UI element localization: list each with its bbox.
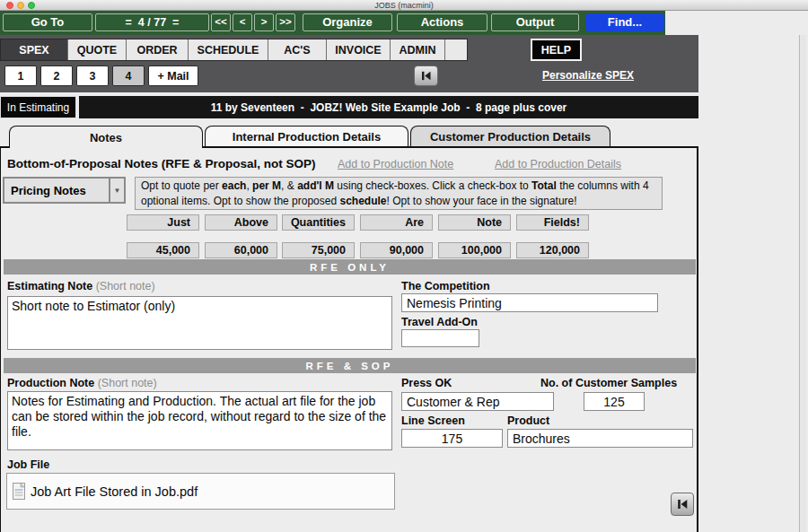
pricing-notes-dropdown-label: Pricing Notes: [4, 184, 109, 197]
subtab-notes[interactable]: Notes: [9, 126, 203, 148]
personalize-spex-link[interactable]: Personalize SPEX: [542, 69, 634, 82]
actions-button[interactable]: Actions: [397, 13, 487, 31]
quantity-header-field-6[interactable]: Fields!: [516, 214, 589, 231]
subtab-internal-production-details[interactable]: Internal Production Details: [205, 126, 408, 146]
quantity-value-field-5[interactable]: 100,000: [438, 242, 511, 258]
chevron-down-icon[interactable]: ▼: [109, 179, 124, 202]
app-window: JOBS (macmini) Go To = 4 / 77 = << < > >…: [0, 0, 808, 532]
production-note-hint: (Short note): [94, 377, 156, 389]
status-badge: In Estimating: [0, 96, 76, 118]
skip-back-icon: [675, 497, 689, 511]
tab-order[interactable]: ORDER: [126, 39, 188, 60]
page-tab-2[interactable]: 2: [40, 65, 73, 86]
page-tab-mail[interactable]: + Mail: [148, 65, 198, 86]
product-label: Product: [507, 414, 549, 427]
rfe-only-bar: RFE ONLY: [4, 259, 696, 275]
travel-addon-field[interactable]: [401, 329, 479, 347]
estimating-note-label: Estimating Note (Short note): [7, 280, 155, 292]
toolbar: Go To = 4 / 77 = << < > >> Organize Acti…: [0, 11, 665, 35]
quantity-value-field-6[interactable]: 120,000: [516, 242, 589, 258]
pricing-notes-dropdown[interactable]: Pricing Notes ▼: [3, 177, 126, 204]
previous-record-button[interactable]: <: [233, 13, 252, 31]
estimating-note-hint: (Short note): [92, 280, 154, 292]
window-title: JOBS (macmini): [0, 1, 808, 10]
organize-button[interactable]: Organize: [303, 13, 392, 31]
job-title-bar: 11 by Seventeen - JOBZ! Web Site Example…: [79, 96, 698, 118]
page-tab-4[interactable]: 4: [112, 65, 145, 86]
tab-spex[interactable]: SPEX: [1, 39, 67, 60]
last-record-button[interactable]: >>: [276, 13, 295, 31]
quantity-value-field-3[interactable]: 75,000: [282, 242, 355, 258]
find-button[interactable]: Find...: [585, 13, 664, 31]
tab-schedule[interactable]: SCHEDULE: [188, 39, 268, 60]
tab-quote[interactable]: QUOTE: [67, 39, 126, 60]
main-tab-strip: SPEX QUOTE ORDER SCHEDULE AC'S INVOICE A…: [0, 39, 468, 61]
customer-samples-field[interactable]: [584, 392, 645, 411]
job-file-name: Job Art File Stored in Job.pdf: [31, 484, 198, 499]
tab-invoice[interactable]: INVOICE: [326, 39, 390, 60]
nav-back-button-bottom[interactable]: [671, 493, 694, 516]
production-note-label: Production Note (Short note): [7, 377, 157, 389]
page-tab-3[interactable]: 3: [76, 65, 109, 86]
skip-back-icon: [419, 69, 433, 83]
tab-bar: SPEX QUOTE ORDER SCHEDULE AC'S INVOICE A…: [0, 35, 698, 92]
quantity-value-field-2[interactable]: 60,000: [205, 242, 277, 258]
production-note-label-text: Production Note: [7, 377, 94, 389]
quantity-value-field-4[interactable]: 90,000: [360, 242, 433, 258]
customer-samples-label: No. of Customer Samples: [540, 377, 677, 389]
add-to-production-note-link[interactable]: Add to Production Note: [338, 158, 453, 170]
next-record-button[interactable]: >: [254, 13, 274, 31]
product-field[interactable]: [507, 429, 693, 448]
travel-addon-label: Travel Add-On: [401, 316, 478, 328]
tab-filler: [444, 39, 467, 60]
quantity-header-field-2[interactable]: Above: [205, 214, 277, 231]
estimating-note-label-text: Estimating Note: [7, 280, 92, 292]
rfe-sop-bar: RFE & SOP: [4, 358, 696, 373]
record-indicator[interactable]: = 4 / 77 =: [95, 13, 209, 31]
quantity-header-field-3[interactable]: Quantities: [282, 214, 355, 231]
quantity-value-field-1[interactable]: 45,000: [127, 242, 199, 258]
subtab-customer-production-details[interactable]: Customer Production Details: [410, 126, 610, 146]
production-note-field[interactable]: Notes for Estimating and Production. The…: [7, 391, 392, 450]
nav-back-button-top[interactable]: [414, 65, 438, 86]
job-file-container[interactable]: Job Art File Stored in Job.pdf: [6, 473, 395, 510]
estimating-note-field[interactable]: Short note to Estimator (only): [7, 296, 392, 350]
first-record-button[interactable]: <<: [211, 13, 231, 31]
line-screen-field[interactable]: [401, 429, 503, 448]
tab-acs[interactable]: AC'S: [268, 39, 326, 60]
page-tab-1[interactable]: 1: [4, 65, 37, 86]
job-file-label: Job File: [7, 458, 49, 471]
competition-label: The Competition: [401, 280, 490, 292]
line-screen-label: Line Screen: [401, 414, 465, 427]
output-button[interactable]: Output: [491, 13, 579, 31]
pricing-instructions-field[interactable]: Opt to quote per each, per M, & add'l M …: [135, 177, 663, 210]
quantity-header-field-4[interactable]: Are: [360, 214, 433, 231]
tab-admin[interactable]: ADMIN: [390, 39, 444, 60]
window-titlebar: JOBS (macmini): [0, 0, 808, 11]
press-ok-field[interactable]: [401, 392, 554, 411]
window-scrollbar-track[interactable]: [799, 35, 806, 532]
section-title: Bottom-of-Proposal Notes (RFE & Proposal…: [7, 157, 316, 170]
add-to-production-details-link[interactable]: Add to Production Details: [495, 158, 621, 170]
tab-help[interactable]: HELP: [531, 39, 582, 61]
quantity-header-field-5[interactable]: Note: [438, 214, 511, 231]
press-ok-label: Press OK: [401, 377, 452, 389]
document-icon: [13, 483, 25, 500]
competition-field[interactable]: [401, 293, 658, 312]
goto-button[interactable]: Go To: [3, 13, 92, 31]
quantity-header-field-1[interactable]: Just: [127, 214, 199, 231]
